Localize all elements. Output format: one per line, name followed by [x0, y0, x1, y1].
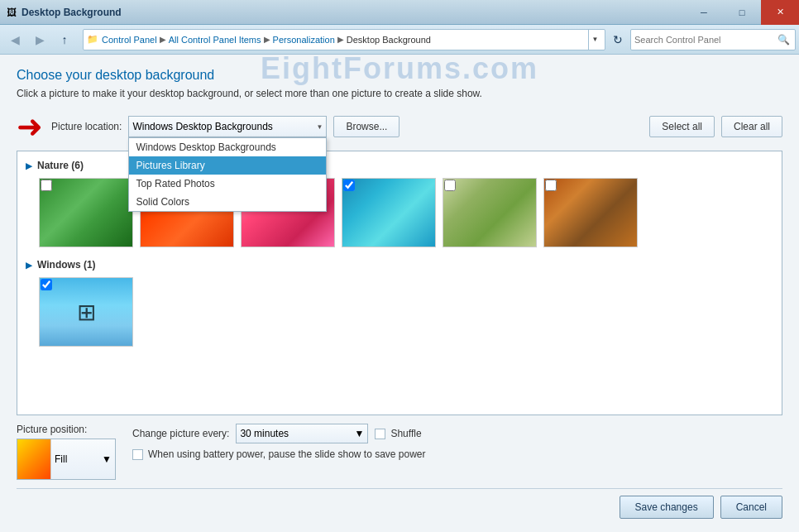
arrow-hint: ➜ — [17, 111, 43, 142]
battery-label: When using battery power, pause the slid… — [148, 448, 426, 460]
dropdown-arrow-icon: ▼ — [316, 123, 323, 131]
position-thumb — [17, 439, 50, 480]
wallpaper-thumb-w1: ⊞ — [39, 277, 133, 347]
interval-value: 30 minutes — [240, 428, 289, 439]
forward-button[interactable]: ▶ — [28, 29, 51, 50]
dropdown-option-sc[interactable]: Solid Colors — [129, 193, 326, 211]
position-preview: Fill ▼ — [17, 439, 116, 480]
select-all-button[interactable]: Select all — [649, 116, 715, 137]
interval-arrow-icon: ▼ — [355, 428, 365, 439]
dropdown-option-wdb[interactable]: Windows Desktop Backgrounds — [129, 138, 326, 156]
wallpaper-item-w1[interactable]: ⊞ — [39, 277, 133, 347]
title-buttons: ─ □ ✕ — [685, 0, 799, 25]
wallpaper-item-n5[interactable] — [443, 178, 537, 247]
dropdown-selected-value: Windows Desktop Backgrounds — [132, 121, 272, 132]
refresh-button[interactable]: ↻ — [607, 29, 629, 50]
page-title: Choose your desktop background — [17, 68, 782, 83]
title-bar: 🖼 Desktop Background ─ □ ✕ — [0, 0, 799, 25]
wallpaper-thumb-n1 — [39, 178, 133, 247]
battery-checkbox[interactable] — [132, 449, 143, 460]
main-content: Choose your desktop background Click a p… — [0, 55, 799, 532]
breadcrumb-all-items[interactable]: All Control Panel Items — [169, 35, 261, 45]
position-dropdown[interactable]: Fill ▼ — [50, 439, 115, 479]
shuffle-row: Shuffle — [375, 428, 421, 439]
nav-bar: ◀ ▶ ↑ 📁 Control Panel ▶ All Control Pane… — [0, 25, 799, 55]
wallpaper-checkbox-w1[interactable] — [41, 279, 52, 290]
page-description: Click a picture to make it your desktop … — [17, 88, 782, 99]
picture-location-dropdown[interactable]: Windows Desktop Backgrounds ▼ — [128, 116, 327, 137]
action-bar: Save changes Cancel — [17, 488, 782, 519]
browse-button[interactable]: Browse... — [333, 116, 400, 137]
window-title: Desktop Background — [22, 7, 122, 18]
wallpaper-item-n1[interactable] — [39, 178, 133, 247]
search-input[interactable] — [634, 35, 775, 45]
breadcrumb: 📁 Control Panel ▶ All Control Panel Item… — [83, 29, 605, 50]
windows-wallpaper-grid: ⊞ — [26, 277, 773, 347]
wallpaper-checkbox-n1[interactable] — [41, 180, 52, 191]
wallpaper-item-n4[interactable] — [342, 178, 436, 247]
position-dropdown-arrow: ▼ — [102, 453, 112, 465]
category-windows-arrow[interactable]: ▶ — [26, 261, 32, 270]
minimize-button[interactable]: ─ — [685, 0, 723, 25]
cancel-button[interactable]: Cancel — [720, 496, 782, 519]
breadcrumb-current: Desktop Background — [347, 35, 431, 45]
picture-position-group: Picture position: Fill ▼ — [17, 424, 116, 480]
windows-logo-icon: ⊞ — [77, 299, 96, 326]
category-windows-header: ▶ Windows (1) — [26, 259, 773, 271]
wallpaper-checkbox-n5[interactable] — [444, 180, 456, 191]
battery-row: When using battery power, pause the slid… — [132, 448, 426, 460]
wallpaper-thumb-n4 — [342, 178, 436, 247]
back-button[interactable]: ◀ — [3, 29, 26, 50]
interval-dropdown[interactable]: 30 minutes ▼ — [236, 424, 368, 443]
maximize-button[interactable]: □ — [723, 0, 761, 25]
dropdown-option-trp[interactable]: Top Rated Photos — [129, 175, 326, 193]
picture-location-label: Picture location: — [51, 121, 122, 132]
shuffle-checkbox[interactable] — [375, 429, 385, 439]
wallpaper-item-n6[interactable] — [543, 178, 638, 247]
picture-position-label: Picture position: — [17, 424, 116, 435]
breadcrumb-dropdown-btn[interactable]: ▼ — [588, 29, 601, 50]
title-icon: 🖼 — [7, 7, 17, 18]
breadcrumb-personalization[interactable]: Personalization — [273, 35, 335, 45]
dropdown-menu: Windows Desktop Backgrounds Pictures Lib… — [128, 137, 327, 212]
wallpaper-thumb-n6 — [543, 178, 638, 247]
category-nature-label: Nature (6) — [37, 160, 84, 171]
change-picture-label: Change picture every: — [132, 428, 229, 439]
controls-row: ➜ Picture location: Windows Desktop Back… — [17, 111, 782, 142]
shuffle-label: Shuffle — [390, 428, 421, 439]
bottom-controls: Picture position: Fill ▼ Change picture … — [17, 424, 782, 480]
position-value: Fill — [55, 453, 67, 465]
search-bar: 🔍 — [630, 29, 796, 50]
up-button[interactable]: ↑ — [53, 29, 76, 50]
save-button[interactable]: Save changes — [620, 496, 714, 519]
category-nature-arrow[interactable]: ▶ — [26, 161, 32, 170]
search-button[interactable]: 🔍 — [775, 31, 792, 48]
close-button[interactable]: ✕ — [761, 0, 799, 25]
wallpaper-checkbox-n4[interactable] — [343, 180, 355, 191]
change-every-row: Change picture every: 30 minutes ▼ Shuff… — [132, 424, 426, 443]
dropdown-option-pl[interactable]: Pictures Library — [129, 156, 326, 175]
category-windows-label: Windows (1) — [37, 259, 96, 271]
change-picture-group: Change picture every: 30 minutes ▼ Shuff… — [132, 424, 426, 460]
breadcrumb-control-panel[interactable]: Control Panel — [102, 35, 157, 45]
picture-location-dropdown-container: Windows Desktop Backgrounds ▼ Windows De… — [128, 116, 327, 137]
wallpaper-checkbox-n6[interactable] — [545, 180, 557, 191]
wallpaper-thumb-n5 — [443, 178, 537, 247]
clear-all-button[interactable]: Clear all — [721, 116, 782, 137]
